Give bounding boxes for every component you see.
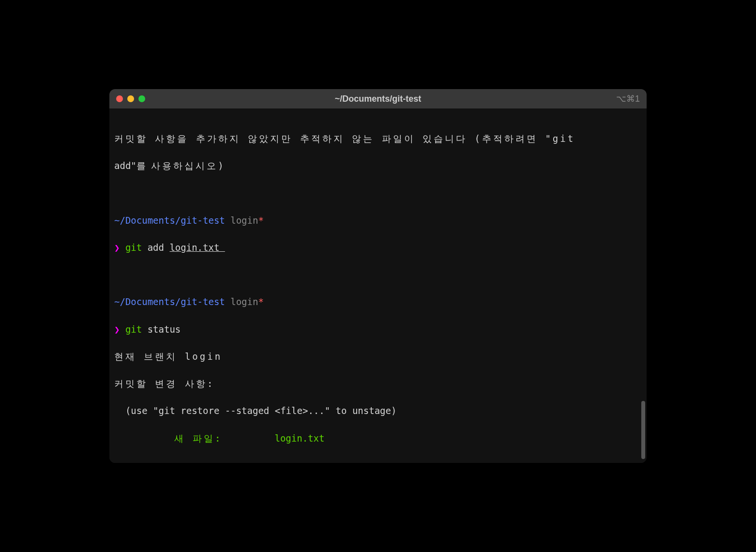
- titlebar: ~/Documents/git-test ⌥⌘1: [109, 89, 647, 108]
- minimize-icon[interactable]: [127, 95, 134, 102]
- traffic-lights: [116, 95, 145, 102]
- prompt-branch: login: [225, 296, 258, 307]
- prompt-path: ~/Documents/git-test: [114, 215, 225, 226]
- cmd: git: [120, 242, 142, 253]
- prompt-arrow-icon: ❯: [114, 324, 120, 335]
- cmd-arg-filename: login.txt: [169, 242, 225, 253]
- window-title: ~/Documents/git-test: [335, 94, 422, 104]
- window-shortcut: ⌥⌘1: [616, 93, 640, 104]
- output-text: 커밋할 사항을 추가하지 않았지만 추적하지 않는 파일이 있습니다 (추적하려…: [114, 133, 575, 144]
- prompt-dirty-star: *: [258, 215, 263, 226]
- maximize-icon[interactable]: [138, 95, 145, 102]
- output-text: 새 파일:: [114, 433, 274, 444]
- terminal-content: 커밋할 사항을 추가하지 않았지만 추적하지 않는 파일이 있습니다 (추적하려…: [114, 118, 642, 463]
- prompt-dirty-star: *: [258, 296, 263, 307]
- terminal-body[interactable]: 커밋할 사항을 추가하지 않았지만 추적하지 않는 파일이 있습니다 (추적하려…: [109, 108, 647, 463]
- output-text: (use "git restore --staged <file>..." to…: [114, 405, 396, 416]
- output-text: 커밋할 변경 사항:: [114, 378, 214, 389]
- cmd-args: add: [142, 242, 169, 253]
- output-text: login.txt: [274, 433, 324, 444]
- cmd-args: status: [142, 324, 181, 335]
- scrollbar-thumb[interactable]: [641, 401, 645, 459]
- scrollbar[interactable]: [641, 130, 645, 459]
- output-text: 사용하십시오): [151, 160, 225, 171]
- prompt-arrow-icon: ❯: [114, 242, 120, 253]
- prompt-branch: login: [225, 215, 258, 226]
- output-text: 현재 브랜치 login: [114, 351, 222, 362]
- prompt-path: ~/Documents/git-test: [114, 296, 225, 307]
- close-icon[interactable]: [116, 95, 123, 102]
- output-text: add"를: [114, 160, 151, 171]
- cmd: git: [120, 324, 142, 335]
- terminal-window: ~/Documents/git-test ⌥⌘1 커밋할 사항을 추가하지 않았…: [109, 89, 647, 463]
